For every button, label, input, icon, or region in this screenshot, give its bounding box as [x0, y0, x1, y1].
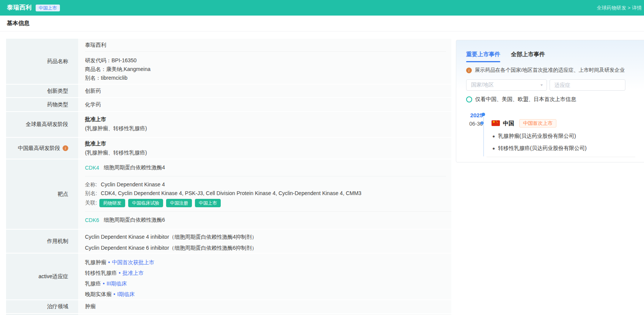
stage-value: 批准上市 — [85, 115, 451, 124]
radio-icon[interactable] — [466, 96, 472, 102]
full-name-label: 全称: — [85, 181, 97, 187]
breadcrumb[interactable]: 全球药物研发 > 详情 — [597, 5, 642, 11]
basic-info-table: 药品名称 泰瑞西利 研发代码：BPI-16350 商品名：康美纳,Kangmei… — [6, 39, 451, 315]
timeline-date: 06-30 — [465, 121, 483, 127]
stage-detail: (乳腺肿瘤、转移性乳腺癌) — [85, 148, 451, 157]
drug-title: 泰瑞西利 — [7, 4, 32, 12]
indication-name: 乳腺癌 — [85, 280, 101, 287]
china-flag-icon: ★ — [492, 120, 500, 126]
table-row-china-stage: 中国最高研发阶段 i 批准上市 (乳腺肿瘤、转移性乳腺癌) — [6, 138, 451, 159]
dot-separator: • — [119, 270, 121, 276]
bullet-icon: ● — [492, 134, 495, 139]
row-value: 创新药 — [78, 85, 451, 97]
tab-important-events[interactable]: 重要上市事件 — [466, 51, 500, 58]
chevron-down-icon: ▾ — [540, 83, 543, 87]
tab-all-events[interactable]: 全部上市事件 — [511, 51, 545, 58]
dot-separator: • — [113, 291, 115, 297]
mechanism-line: Cyclin Dependent Kinase 6 inhibitor（细胞周期… — [85, 243, 451, 254]
relation-label: 关联: — [85, 198, 97, 207]
indication-status-link[interactable]: 批准上市 — [123, 270, 144, 276]
timeline-country: 中国 — [503, 120, 514, 127]
listed-status-badge: 中国上市 — [36, 5, 60, 11]
mechanism-line: Cyclin Dependent Kinase 4 inhibitor（细胞周期… — [85, 232, 451, 243]
radio-label: 仅看中国、美国、欧盟、日本首次上市信息 — [475, 96, 576, 103]
timeline-separator — [487, 157, 635, 157]
row-label: active适应症 — [6, 254, 78, 299]
bullet-icon: ● — [492, 146, 495, 151]
stage-detail: (乳腺肿瘤、转移性乳腺癌) — [85, 124, 451, 133]
target-name: 细胞周期蛋白依赖性激酶4 — [104, 164, 165, 171]
timeline-event-dot — [481, 121, 484, 124]
target-alias: CDK4, Cyclin Dependent Kinase 4, PSK-J3,… — [101, 190, 361, 196]
relation-tag[interactable]: 中国临床试验 — [128, 199, 163, 207]
indication-name: 晚期实体瘤 — [85, 291, 112, 297]
row-label: 治疗领域 — [6, 300, 78, 313]
stage-value: 批准上市 — [85, 139, 451, 148]
indication-status-link[interactable]: III期临床 — [107, 280, 127, 287]
hint-text: 展示药品在各个国家/地区首次批准的适应症、上市时间及研发企业 — [475, 67, 625, 74]
timeline-year: 2025 — [465, 112, 483, 118]
table-row-mechanism: 作用机制 Cyclin Dependent Kinase 4 inhibitor… — [6, 230, 451, 253]
indication-status-link[interactable]: Ⅰ期临床 — [117, 291, 135, 297]
row-label: 全球最高研发阶段 — [6, 112, 78, 137]
drug-alias: 别名：tibremciclib — [85, 74, 451, 82]
indication-name: 转移性乳腺癌 — [85, 270, 117, 276]
table-row-targets: 靶点 CDK4 细胞周期蛋白依赖性激酶4 全称: Cyclin Dependen… — [6, 159, 451, 229]
relation-tag[interactable]: 药物研发 — [99, 199, 125, 207]
indication-status-link[interactable]: 中国首次获批上市 — [112, 259, 154, 265]
row-label: 靶点 — [6, 159, 78, 229]
country-region-select[interactable]: 国家/地区 ▾ — [466, 79, 547, 91]
relation-tag[interactable]: 中国注册 — [166, 199, 192, 207]
timeline-event-item: ●乳腺肿瘤(贝达药业股份有限公司) — [492, 133, 576, 140]
dot-separator: • — [103, 280, 105, 287]
drug-primary-name: 泰瑞西利 — [85, 39, 446, 52]
indication-line: 乳腺癌•III期临床 — [85, 278, 451, 289]
section-title: 基本信息 — [7, 20, 30, 27]
row-label: 药物类型 — [6, 98, 78, 111]
target-full-name: Cyclin Dependent Kinase 4 — [101, 181, 165, 187]
drug-trade-name: 商品名：康美纳,Kangmeina — [85, 65, 451, 74]
app-header: 泰瑞西利 中国上市 全球药物研发 > 详情 — [0, 0, 644, 16]
indication-name: 乳腺肿瘤 — [85, 259, 106, 265]
row-label: 创新类型 — [6, 85, 78, 97]
row-label: 药品名称 — [6, 39, 78, 84]
section-bar: 基本信息 — [0, 16, 644, 32]
indication-line: 转移性乳腺癌•批准上市 — [85, 268, 451, 278]
row-value: 化学药 — [78, 98, 451, 111]
market-events-card: 重要上市事件 全部上市事件 i 展示药品在各个国家/地区首次批准的适应症、上市时… — [456, 40, 644, 162]
dot-separator: • — [108, 259, 110, 265]
drug-code: 研发代码：BPI-16350 — [85, 56, 451, 65]
info-icon[interactable]: i — [63, 145, 68, 151]
table-row-therapy-area: 治疗领域 肿瘤 — [6, 300, 451, 313]
table-row-drug-type: 药物类型 化学药 — [6, 98, 451, 111]
active-tab-underline — [466, 61, 500, 62]
relation-tag[interactable]: 中国上市 — [195, 199, 221, 207]
row-label: 中国最高研发阶段 i — [6, 138, 78, 159]
row-value: 泰瑞西利 研发代码：BPI-16350 商品名：康美纳,Kangmeina 别名… — [78, 39, 451, 84]
table-row-innovation-type: 创新类型 创新药 — [6, 85, 451, 97]
alias-label: 别名: — [85, 190, 97, 196]
info-icon: i — [466, 68, 472, 73]
first-launch-filter[interactable]: 仅看中国、美国、欧盟、日本首次上市信息 — [466, 96, 576, 103]
target-link-cdk6[interactable]: CDK6 — [85, 217, 99, 223]
first-launch-badge: 中国首次上市 — [519, 119, 556, 128]
row-value: CDK4 细胞周期蛋白依赖性激酶4 全称: Cyclin Dependent K… — [78, 159, 451, 229]
indication-line: 晚期实体瘤•Ⅰ期临床 — [85, 289, 451, 299]
events-tabs: 重要上市事件 全部上市事件 — [466, 51, 545, 58]
row-value: Cyclin Dependent Kinase 4 inhibitor（细胞周期… — [78, 230, 451, 253]
target-link-cdk4[interactable]: CDK4 — [85, 165, 99, 171]
row-value: 肿瘤 — [78, 300, 451, 313]
table-row-active-indications: active适应症 乳腺肿瘤•中国首次获批上市 转移性乳腺癌•批准上市 乳腺癌•… — [6, 254, 451, 299]
table-row-drug-name: 药品名称 泰瑞西利 研发代码：BPI-16350 商品名：康美纳,Kangmei… — [6, 39, 451, 84]
timeline-year-dot — [482, 113, 485, 116]
events-hint: i 展示药品在各个国家/地区首次批准的适应症、上市时间及研发企业 — [466, 67, 625, 74]
timeline-event-item: ●转移性乳腺癌(贝达药业股份有限公司) — [492, 145, 587, 152]
row-value: 乳腺肿瘤•中国首次获批上市 转移性乳腺癌•批准上市 乳腺癌•III期临床 晚期实… — [78, 254, 451, 299]
target-name: 细胞周期蛋白依赖性激酶6 — [104, 217, 165, 224]
row-label: 作用机制 — [6, 230, 78, 253]
indication-filter-input[interactable] — [550, 79, 625, 91]
events-filters: 国家/地区 ▾ — [466, 79, 625, 91]
row-value: 批准上市 (乳腺肿瘤、转移性乳腺癌) — [78, 112, 451, 137]
table-row-global-stage: 全球最高研发阶段 批准上市 (乳腺肿瘤、转移性乳腺癌) — [6, 112, 451, 137]
row-value: 批准上市 (乳腺肿瘤、转移性乳腺癌) — [78, 138, 451, 159]
